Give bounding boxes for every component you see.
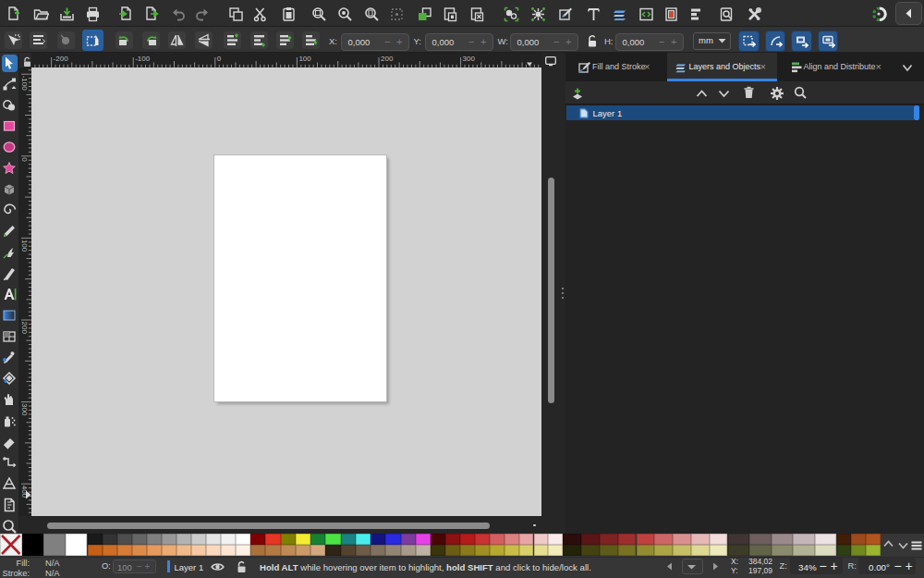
svg-text:0: 0 — [217, 55, 222, 63]
svg-text:100: 100 — [298, 55, 311, 63]
svg-text:-100: -100 — [20, 76, 29, 92]
svg-text:-200: -200 — [54, 55, 69, 63]
svg-text:100: 100 — [20, 240, 29, 252]
svg-text:-100: -100 — [135, 55, 151, 63]
svg-text:300: 300 — [20, 403, 29, 416]
svg-text:200: 200 — [20, 322, 29, 335]
svg-text:300: 300 — [463, 55, 476, 63]
svg-text:0: 0 — [20, 157, 29, 162]
svg-text:200: 200 — [381, 55, 394, 63]
